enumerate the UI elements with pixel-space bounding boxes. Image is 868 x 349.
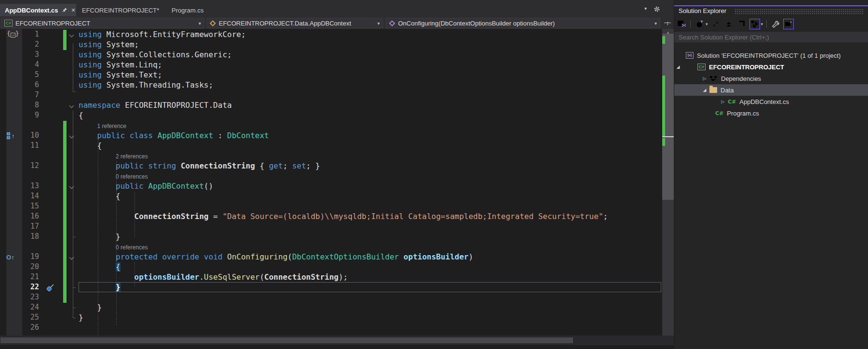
code-line: {↗}1using Microsoft.EntityFrameworkCore;	[0, 30, 662, 40]
tree-item-solution-efcoreintroproject-1-of-1-project-[interactable]: ⋈Solution 'EFCOREINTROPROJECT' (1 of 1 p…	[674, 50, 868, 61]
modified-line-bar	[63, 151, 67, 161]
svg-text:⋈: ⋈	[681, 22, 686, 28]
project-dropdown[interactable]: C# EFCOREINTROPROJECT ▾	[1, 18, 204, 28]
tree-item-label: AppDBContext.cs	[739, 98, 789, 105]
fold-chevron-icon[interactable]	[69, 33, 74, 38]
sync-with-active-document-icon[interactable]	[710, 19, 721, 29]
search-input[interactable]	[674, 32, 868, 42]
collapse-all-icon[interactable]	[723, 19, 734, 29]
vertical-scrollbar[interactable]: ▲	[662, 29, 674, 336]
switch-views-icon[interactable]: ⋈	[676, 19, 687, 29]
editor-options-gear-icon[interactable]	[654, 6, 660, 14]
outline-margin-cell	[67, 212, 79, 222]
icon-margin-cell	[40, 70, 63, 80]
glyph-cell	[0, 90, 22, 101]
folder-icon	[709, 87, 717, 93]
navigation-bar: C# EFCOREINTROPROJECT ▾ EFCOREINTROPROJE…	[0, 16, 674, 29]
tree-item-appdbcontext-cs[interactable]: ▷C#AppDBContext.cs	[674, 96, 868, 107]
expander-expanded-icon[interactable]: ◢	[675, 65, 681, 69]
track-active-item-icon[interactable]	[749, 19, 760, 29]
outline-margin-cell	[67, 80, 79, 90]
code-editor[interactable]: {↗}1using Microsoft.EntityFrameworkCore;…	[0, 29, 662, 336]
outline-margin-cell	[67, 161, 79, 171]
change-bar-cell	[63, 90, 67, 101]
outline-margin-cell	[67, 141, 79, 151]
outline-margin-cell	[67, 60, 79, 70]
icon-margin-cell	[40, 151, 63, 161]
glyph-cell	[0, 283, 22, 293]
expander-collapsed-icon[interactable]: ▷	[720, 99, 726, 104]
glyph-cell	[0, 202, 22, 212]
glyph-cell	[0, 141, 22, 151]
outline-margin-cell[interactable]	[67, 181, 79, 192]
line-number: 11	[22, 141, 40, 151]
outline-margin-cell	[67, 303, 79, 313]
modified-line-bar	[63, 171, 67, 181]
outline-margin-cell[interactable]	[67, 30, 79, 40]
filter-pending-changes-icon[interactable]	[694, 19, 705, 29]
codelens-row: 0 references	[0, 171, 662, 181]
tree-item-efcoreintroproject[interactable]: ◢C#EFCOREINTROPROJECT	[674, 61, 868, 73]
outline-margin-cell	[67, 293, 79, 303]
outline-margin-cell[interactable]	[67, 101, 79, 111]
split-editor-button[interactable]: ↕	[662, 18, 673, 28]
outline-margin-cell	[67, 121, 79, 131]
csharp-file-icon: C#	[728, 99, 736, 105]
tree-item-label: Program.cs	[727, 110, 759, 117]
tab-efcoreintroproject[interactable]: EFCOREINTROPROJECT*	[77, 4, 166, 16]
outline-margin-cell	[67, 242, 79, 252]
csharp-project-icon: C#	[697, 64, 706, 70]
tree-item-label: EFCOREINTROPROJECT	[709, 64, 784, 71]
fold-chevron-icon[interactable]	[69, 103, 74, 108]
expander-expanded-icon[interactable]: ◢	[702, 88, 708, 92]
fold-chevron-icon[interactable]	[69, 184, 74, 189]
tree-item-program-cs[interactable]: C#Program.cs	[674, 107, 868, 119]
expander-collapsed-icon[interactable]: ▷	[702, 76, 708, 81]
code-text: 0 references	[79, 171, 662, 181]
type-dropdown[interactable]: EFCOREINTROPROJECT.Data.AppDBContext ▾	[206, 18, 383, 28]
properties-wrench-icon[interactable]	[770, 19, 781, 29]
fold-chevron-icon[interactable]	[69, 134, 74, 139]
change-bar-cell	[63, 323, 67, 333]
change-bar-cell	[63, 303, 67, 313]
glyph-cell: {↗}	[0, 30, 22, 40]
outline-margin-cell[interactable]	[67, 252, 79, 262]
horizontal-scrollbar[interactable]	[0, 336, 674, 345]
tree-item-data[interactable]: ◢Data	[674, 84, 868, 96]
icon-margin-cell	[40, 283, 63, 293]
close-icon[interactable]: ✕	[71, 7, 76, 13]
chevron-down-icon[interactable]: ▾	[706, 22, 708, 26]
line-number	[22, 121, 40, 131]
line-number: 3	[22, 50, 40, 60]
tab-programcs[interactable]: Program.cs	[167, 4, 226, 16]
modified-line-bar	[63, 283, 67, 293]
scrollbar-thumb[interactable]	[0, 337, 573, 343]
tab-label: AppDBContext.cs	[5, 7, 58, 14]
member-dropdown[interactable]: OnConfiguring(DbContextOptionsBuilder op…	[386, 18, 660, 28]
outline-margin-cell	[67, 232, 79, 242]
fold-chevron-icon[interactable]	[69, 255, 74, 260]
focused-panel-accent	[674, 5, 868, 6]
glyph-cell	[0, 212, 22, 222]
icon-margin-cell	[40, 80, 63, 90]
code-line: 8namespace EFCOREINTROPROJECT.Data	[0, 101, 662, 111]
outline-margin-cell	[67, 323, 79, 333]
chevron-down-icon[interactable]: ▾	[761, 22, 763, 26]
line-number: 8	[22, 101, 40, 111]
preview-selected-items-icon[interactable]	[783, 19, 794, 29]
tab-label: EFCOREINTROPROJECT*	[82, 7, 159, 14]
icon-margin-cell	[40, 111, 63, 121]
icon-margin-cell	[40, 181, 63, 192]
member-dropdown-label: OnConfiguring(DbContextOptionsBuilder op…	[398, 20, 555, 27]
modified-line-bar	[63, 262, 67, 272]
tree-item-dependencies[interactable]: ▷Dependencies	[674, 73, 868, 84]
window-list-dropdown-icon[interactable]: ▾	[644, 6, 647, 14]
properties-window-icon[interactable]	[736, 19, 747, 29]
code-text: 1 reference	[79, 121, 662, 131]
tab-appdbcontext[interactable]: AppDBContext.cs ✕	[0, 4, 76, 16]
current-line-highlight	[79, 282, 661, 292]
pin-icon[interactable]	[62, 7, 67, 13]
icon-margin-cell	[40, 131, 63, 141]
outline-margin-cell[interactable]	[67, 131, 79, 141]
csharp-project-icon: C#	[4, 20, 13, 26]
